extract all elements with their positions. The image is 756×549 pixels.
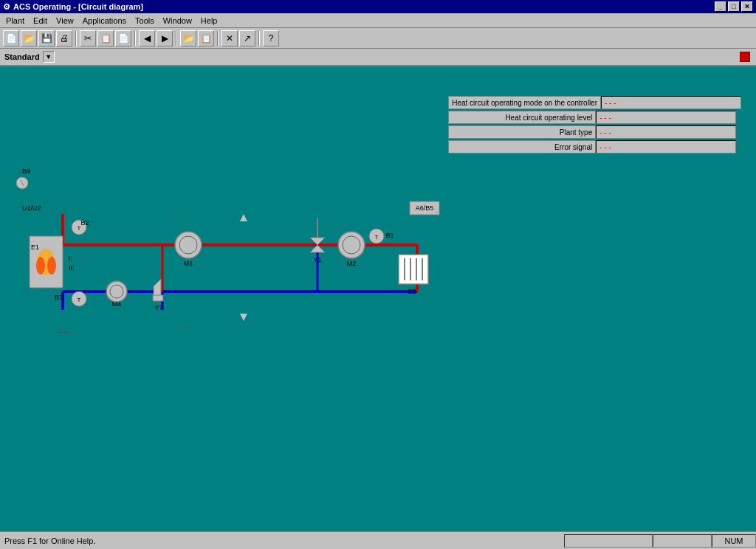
app-icon: ⚙: [3, 2, 10, 12]
svg-text:- - -: - - -: [59, 328, 69, 336]
svg-text:- - -: - - -: [377, 208, 387, 215]
svg-text:A6/B5: A6/B5: [416, 204, 434, 212]
info-value-error: - - -: [596, 140, 736, 153]
tb-sep2: [134, 31, 136, 46]
svg-text:II:: II:: [69, 264, 75, 272]
tb-save[interactable]: 💾: [38, 30, 55, 46]
info-label-plant: Plant type: [448, 125, 596, 139]
menu-help[interactable]: Help: [196, 15, 222, 27]
info-row-plant: Plant type - - -: [448, 125, 741, 139]
svg-text:Y1: Y1: [313, 256, 321, 263]
svg-text:- - -: - - -: [177, 322, 188, 330]
menu-bar: Plant Edit View Applications Tools Windo…: [0, 13, 756, 28]
svg-point-12: [36, 257, 45, 274]
tb-sep4: [217, 31, 219, 46]
svg-text:- - -: - - -: [436, 208, 446, 215]
tb-sep5: [258, 31, 260, 46]
tb-print[interactable]: 🖨: [56, 30, 72, 46]
svg-point-13: [47, 257, 56, 274]
svg-text:- - -: - - -: [171, 219, 182, 227]
svg-text:M1: M1: [184, 260, 193, 267]
svg-point-14: [175, 232, 202, 258]
info-label-level: Heat circuit operating level: [448, 111, 596, 124]
svg-text:- - -: - - -: [251, 215, 261, 223]
tb-open[interactable]: 📂: [21, 30, 37, 46]
svg-text:Y7: Y7: [154, 304, 162, 311]
svg-text:- - -: - - -: [80, 264, 90, 272]
menu-plant[interactable]: Plant: [1, 15, 29, 27]
svg-text:- - -: - - -: [80, 255, 90, 262]
svg-text:- - -: - - -: [55, 204, 66, 212]
title-bar: ⚙ ACS Operating - [Circuit diagram] _ □ …: [0, 0, 756, 13]
tb-new[interactable]: 📄: [3, 30, 19, 46]
svg-text:B7: B7: [55, 294, 63, 301]
info-panel: Heat circuit operating mode on the contr…: [448, 96, 741, 155]
svg-text:- - -: - - -: [33, 170, 44, 177]
standard-bar: Standard ▼: [0, 49, 756, 66]
tb-open2[interactable]: 📂: [180, 30, 196, 46]
tb-cut[interactable]: ✂: [80, 30, 96, 46]
svg-point-20: [106, 281, 127, 302]
svg-text:B1: B1: [385, 232, 394, 239]
menu-applications[interactable]: Applications: [78, 15, 131, 27]
svg-text:B2: B2: [80, 219, 89, 227]
svg-text:- - -: - - -: [33, 180, 44, 187]
svg-text:E2: E2: [408, 288, 416, 295]
svg-text:- - -: - - -: [177, 311, 188, 319]
menu-view[interactable]: View: [52, 15, 78, 27]
svg-text:- - -: - - -: [266, 208, 276, 215]
main-area: M1 M2 M4 Y1 Y7 T B2 T B1 T B7 E2: [0, 66, 756, 524]
info-label-error: Error signal: [448, 140, 596, 153]
maximize-button[interactable]: □: [728, 1, 740, 12]
svg-rect-37: [399, 255, 428, 284]
close-button[interactable]: ✕: [741, 1, 753, 12]
tb-paste[interactable]: 📄: [115, 30, 131, 46]
info-value-plant: - - -: [596, 125, 736, 139]
tb-delete[interactable]: ✕: [221, 30, 238, 46]
svg-rect-26: [153, 295, 163, 301]
tb-link[interactable]: ↗: [239, 30, 255, 46]
status-indicator: [740, 52, 750, 62]
menu-tools[interactable]: Tools: [131, 15, 159, 27]
minimize-button[interactable]: _: [715, 1, 726, 12]
tb-doc[interactable]: 📋: [198, 30, 214, 46]
svg-text:- - -: - - -: [59, 317, 69, 325]
info-value-level: - - -: [596, 111, 736, 124]
tb-help[interactable]: ?: [263, 30, 279, 46]
menu-window[interactable]: Window: [159, 15, 196, 27]
svg-text:T: T: [375, 234, 379, 241]
svg-text:U1/U2: U1/U2: [22, 204, 41, 212]
info-row-error: Error signal - - -: [448, 140, 741, 153]
svg-text:B9: B9: [22, 168, 30, 175]
tb-forward[interactable]: ▶: [157, 30, 173, 46]
standard-dropdown[interactable]: ▼: [43, 51, 55, 63]
svg-text:- - -: - - -: [111, 317, 121, 325]
svg-text:E1: E1: [31, 244, 39, 251]
svg-text:M2: M2: [347, 260, 357, 267]
tb-sep3: [176, 31, 177, 46]
svg-text:M4: M4: [112, 300, 122, 308]
info-row-mode: Heat circuit operating mode on the contr…: [448, 96, 741, 109]
toolbar: 📄 📂 💾 🖨 ✂ 📋 📄 ◀ ▶ 📂 📋 ✕ ↗ ?: [0, 28, 756, 49]
info-label-mode: Heat circuit operating mode on the contr…: [448, 96, 601, 109]
svg-text:I:: I:: [69, 255, 72, 262]
tb-copy[interactable]: 📋: [97, 30, 114, 46]
tb-back[interactable]: ◀: [139, 30, 155, 46]
standard-label: Standard: [4, 52, 40, 61]
svg-text:T: T: [78, 297, 81, 303]
svg-point-17: [338, 232, 365, 258]
info-row-level: Heat circuit operating level - - -: [448, 111, 741, 124]
svg-text:- - -: - - -: [266, 223, 276, 230]
tb-sep1: [75, 31, 77, 46]
info-value-mode: - - -: [601, 96, 741, 109]
menu-edit[interactable]: Edit: [29, 15, 52, 27]
title-text: ACS Operating - [Circuit diagram]: [13, 2, 143, 11]
